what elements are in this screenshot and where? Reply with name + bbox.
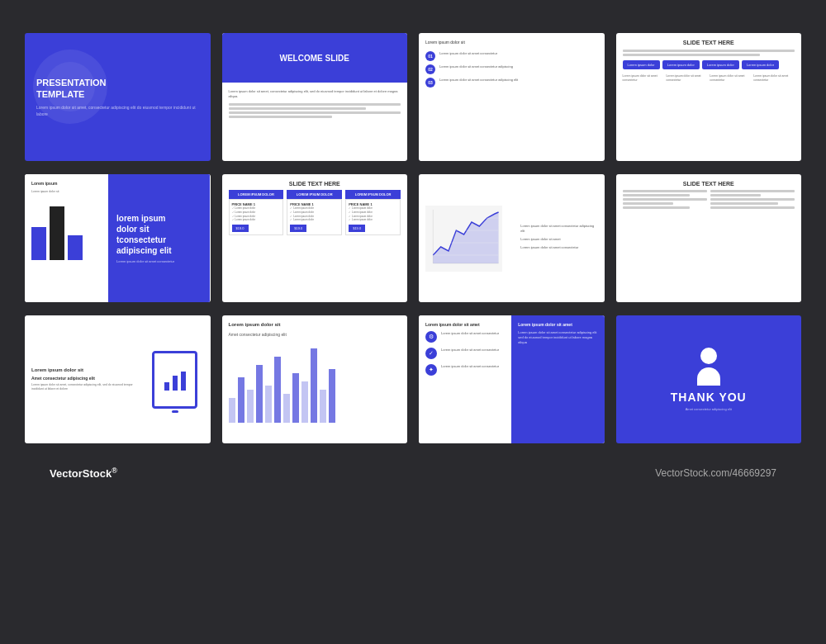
slide-11-right-body: Lorem ipsum dolor sit amet consectetur a… — [518, 330, 597, 345]
tablet-container — [152, 351, 197, 409]
person-body-icon — [697, 367, 720, 386]
slide-5-barchart: Lorem ipsum Lorem ipsum dolor sit lorem … — [25, 174, 211, 302]
filler-line — [623, 206, 691, 209]
col-bar-4 — [256, 365, 263, 423]
slide-7-chart — [419, 174, 509, 302]
slide-9-icon — [146, 351, 204, 409]
slide-3-item-3: 03 Lorem ipsum dolor sit amet consectetu… — [425, 78, 598, 88]
slide-3-num-1: 01 — [425, 51, 435, 61]
bar-3 — [68, 235, 83, 260]
feature-text-1: Lorem ipsum dolor sit amet consectetur — [441, 331, 499, 336]
price-items-1: ✓ Lorem ipsum dolor ✓ Lorem ipsum dolor … — [232, 206, 281, 222]
slide-row-1: PRESENTATION TEMPLATE Lorem ipsum dolor … — [25, 33, 801, 161]
main-container: PRESENTATION TEMPLATE Lorem ipsum dolor … — [0, 0, 826, 503]
thank-you-sub: Amet consectetur adipiscing elit — [686, 407, 732, 412]
price-items-3: ✓ Lorem ipsum dolor ✓ Lorem ipsum dolor … — [349, 206, 397, 222]
col-bar-6 — [274, 357, 281, 423]
price-header-3: LOREM IPSUM DOLOR — [345, 190, 401, 199]
slide-10-title: Lorem ipsum dolor sit — [229, 322, 401, 327]
filler-line — [710, 206, 795, 209]
slide-4-title: SLIDE TEXT HERE — [623, 40, 795, 45]
feature-icon-1: ⚙ — [425, 331, 437, 343]
col-bar-9 — [301, 381, 308, 423]
slide-1-title: PRESENTATION — [36, 77, 199, 88]
slide-7-linechart: Lorem ipsum dolor sit amet consectetur a… — [419, 174, 605, 302]
slide-11-features: Lorem ipsum dolor sit amet ⚙ Lorem ipsum… — [419, 315, 605, 443]
slide-11-right-title: Lorem ipsum dolor sit amet — [518, 322, 597, 327]
slide-12-thankyou: THANK YOU Amet consectetur adipiscing el… — [616, 315, 802, 443]
col-bar-1 — [229, 398, 235, 423]
bar-2 — [50, 206, 64, 260]
slide-8-left — [623, 190, 707, 209]
slide-3-text-2: Lorem ipsum dolor sit amet consectetur a… — [439, 64, 513, 69]
col-bar-11 — [320, 390, 326, 423]
slide-5-left: Lorem ipsum Lorem ipsum dolor sit — [25, 174, 108, 302]
slide-row-3: Lorem ipsum dolor sit Amet consectetur a… — [25, 315, 801, 443]
slide-11-left-title: Lorem ipsum dolor sit amet — [425, 322, 505, 327]
bottom-bar: VectorStock® VectorStock.com/46669297 — [25, 460, 801, 486]
slide-7-text-2: Lorem ipsum dolor sit amet — [520, 237, 597, 242]
col-bar-2 — [238, 377, 244, 423]
slide-3-item-2: 02 Lorem ipsum dolor sit amet consectetu… — [425, 64, 598, 74]
slide-9-text: Lorem ipsum dolor sit Amet consectetur a… — [31, 367, 140, 392]
slide-4-col-3: Lorem ipsum dolor sit amet consectetur — [710, 74, 751, 83]
slide-8-text2: SLIDE TEXT HERE — [616, 174, 802, 302]
wave-chart-svg — [425, 206, 502, 272]
slide-2-title: WELCOME SLIDE — [280, 54, 349, 63]
slide-8-title: SLIDE TEXT HERE — [623, 181, 795, 187]
col-bar-7 — [283, 394, 290, 423]
price-body-3: PRICE NAME 1 ✓ Lorem ipsum dolor ✓ Lorem… — [345, 199, 401, 235]
price-col-1: LOREM IPSUM DOLOR PRICE NAME 1 ✓ Lorem i… — [229, 190, 284, 235]
feature-2: ✓ Lorem ipsum dolor sit amet consectetur — [425, 348, 505, 359]
person-figure — [697, 348, 720, 391]
filler-line — [623, 50, 795, 52]
slide-2-header: WELCOME SLIDE — [222, 33, 408, 83]
filler-line — [623, 190, 707, 192]
feature-text-3: Lorem ipsum dolor sit amet consectetur — [441, 364, 499, 369]
price-items-2: ✓ Lorem ipsum dolor ✓ Lorem ipsum dolor … — [290, 206, 339, 222]
filler-line — [623, 198, 707, 201]
col-bar-8 — [292, 373, 299, 423]
bar-1 — [31, 227, 46, 260]
price-body-1: PRICE NAME 1 ✓ Lorem ipsum dolor ✓ Lorem… — [229, 199, 284, 235]
slide-10-colchart: Lorem ipsum dolor sit Amet consectetur a… — [222, 315, 408, 443]
slide-8-right — [710, 190, 795, 209]
col-bar-12 — [329, 369, 335, 423]
slide-5-sub-text: Lorem ipsum dolor sit amet consectetur — [116, 259, 202, 264]
slide-7-text-1: Lorem ipsum dolor sit amet consectetur a… — [520, 224, 597, 234]
slide-6-pricing: SLIDE TEXT HERE LOREM IPSUM DOLOR PRICE … — [222, 174, 408, 302]
price-body-2: PRICE NAME 1 ✓ Lorem ipsum dolor ✓ Lorem… — [287, 199, 342, 235]
slide-4-text: SLIDE TEXT HERE Lorem ipsum dolor Lorem … — [616, 33, 802, 161]
slide-9-title: Lorem ipsum dolor sit — [31, 367, 140, 372]
feature-text-2: Lorem ipsum dolor sit amet consectetur — [441, 348, 499, 353]
price-tag-2: $19.0 — [290, 225, 306, 232]
feature-icon-2: ✓ — [425, 348, 437, 359]
watermark-left: VectorStock® — [50, 466, 117, 480]
slide-8-content — [623, 190, 795, 209]
slide-2-body: Lorem ipsum dolor sit amet, consectetur … — [229, 89, 401, 99]
slide-6-title: SLIDE TEXT HERE — [229, 181, 401, 187]
slide-5-title: Lorem ipsum — [31, 181, 102, 186]
slide-11-left: Lorem ipsum dolor sit amet ⚙ Lorem ipsum… — [419, 315, 511, 443]
slide-4-col-4: Lorem ipsum dolor sit amet consectetur — [753, 74, 795, 83]
slide-1-cover: PRESENTATION TEMPLATE Lorem ipsum dolor … — [25, 33, 211, 161]
filler-line — [229, 116, 332, 118]
filler-line — [623, 194, 691, 197]
slide-4-cols: Lorem ipsum dolor sit amet consectetur L… — [623, 74, 795, 83]
slide-3-text-3: Lorem ipsum dolor sit amet consectetur a… — [439, 78, 518, 83]
slide-3-text-1: Lorem ipsum dolor sit amet consectetur — [439, 51, 497, 56]
filler-line — [710, 190, 795, 192]
svg-rect-9 — [181, 372, 186, 391]
svg-rect-8 — [173, 376, 178, 391]
slide-4-btn-2: Lorem ipsum dolor — [662, 60, 700, 69]
slide-2-body-area: Lorem ipsum dolor sit amet, consectetur … — [222, 83, 408, 161]
col-bar-10 — [311, 348, 317, 423]
filler-line — [229, 111, 401, 114]
pricing-cols: LOREM IPSUM DOLOR PRICE NAME 1 ✓ Lorem i… — [229, 190, 401, 235]
slide-4-col-2: Lorem ipsum dolor sit amet consectetur — [666, 74, 707, 83]
slide-3-num-2: 02 — [425, 64, 435, 74]
price-tag-3: $19.0 — [349, 225, 365, 232]
slide-1-body: Lorem ipsum dolor sit amet, consectetur … — [36, 105, 199, 117]
filler-line — [229, 107, 367, 110]
col-bar-3 — [247, 390, 254, 423]
